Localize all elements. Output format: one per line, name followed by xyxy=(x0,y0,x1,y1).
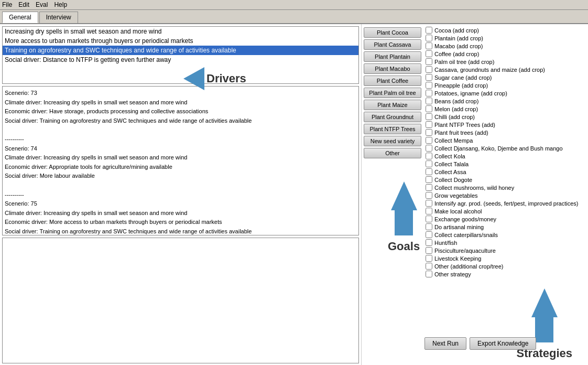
checkbox-3[interactable] xyxy=(426,50,432,57)
checkbox-item-3[interactable]: Coffee (add crop) xyxy=(426,50,586,58)
btn-plant-groundnut[interactable]: Plant Groundnut xyxy=(364,112,421,122)
checkbox-2[interactable] xyxy=(426,42,432,49)
driver-list[interactable]: Increasing dry spells in small wet seaso… xyxy=(2,26,359,84)
checkbox-item-22[interactable]: Intensify agr. prod. (seeds, fert/pest, … xyxy=(426,199,586,207)
tab-bar: General Interview xyxy=(0,10,588,24)
checkbox-9[interactable] xyxy=(426,98,432,104)
tab-interview[interactable]: Interview xyxy=(39,12,78,23)
checkbox-19[interactable] xyxy=(426,176,432,183)
checkbox-item-10[interactable]: Melon (add crop) xyxy=(426,105,586,113)
checkbox-item-21[interactable]: Grow vegetables xyxy=(426,191,586,199)
right-panel: Plant Cocoa Plant Cassava Plant Plantain… xyxy=(362,24,588,365)
checkbox-27[interactable] xyxy=(426,239,432,246)
menu-help[interactable]: Help xyxy=(54,1,67,8)
checkbox-0[interactable] xyxy=(426,27,432,34)
checkbox-25[interactable] xyxy=(426,223,432,230)
checkbox-10[interactable] xyxy=(426,105,432,112)
checkbox-label-17: Collect Talala xyxy=(434,161,469,167)
menu-edit[interactable]: Edit xyxy=(18,1,29,8)
menu-eval[interactable]: Eval xyxy=(36,1,48,8)
checkbox-item-9[interactable]: Beans (add crop) xyxy=(426,97,586,105)
export-knowledge-button[interactable]: Export Knowledge xyxy=(470,337,536,350)
checkbox-item-23[interactable]: Make local alcohol xyxy=(426,207,586,215)
checkbox-item-1[interactable]: Plantain (add crop) xyxy=(426,34,586,42)
checkbox-item-6[interactable]: Sugar cane (add crop) xyxy=(426,73,586,81)
scenario-text-area[interactable]: Scenerio: 73 Climate driver: Increasing … xyxy=(2,86,359,235)
checkbox-16[interactable] xyxy=(426,153,432,159)
checkbox-item-15[interactable]: Collect Djansang, Koko, Djembe and Bush … xyxy=(426,144,586,152)
checkbox-item-29[interactable]: Livestock Keeping xyxy=(426,254,586,262)
driver-item[interactable]: More access to urban markets through buy… xyxy=(3,36,358,46)
checkbox-21[interactable] xyxy=(426,192,432,199)
checkbox-30[interactable] xyxy=(426,263,432,270)
checkbox-item-13[interactable]: Plant fruit trees (add) xyxy=(426,128,586,136)
checkbox-item-2[interactable]: Macabo (add crop) xyxy=(426,42,586,50)
checkbox-24[interactable] xyxy=(426,216,432,222)
bottom-text-area[interactable] xyxy=(2,238,359,363)
checkbox-label-24: Exchange goods/money xyxy=(434,216,496,222)
checkbox-item-28[interactable]: Pisciculture/aquaculture xyxy=(426,246,586,254)
driver-item[interactable]: Social driver: Distance to NTFP is getti… xyxy=(3,55,358,65)
checkbox-label-16: Collect Kola xyxy=(434,153,465,159)
checkbox-item-16[interactable]: Collect Kola xyxy=(426,152,586,160)
checkbox-8[interactable] xyxy=(426,90,432,96)
btn-plant-cocoa[interactable]: Plant Cocoa xyxy=(364,27,421,38)
btn-plant-coffee[interactable]: Plant Coffee xyxy=(364,76,421,86)
btn-plant-macabo[interactable]: Plant Macabo xyxy=(364,63,421,74)
checkbox-5[interactable] xyxy=(426,66,432,73)
checkbox-item-8[interactable]: Potatoes, igname (add crop) xyxy=(426,89,586,97)
checkbox-1[interactable] xyxy=(426,35,432,41)
checkbox-item-20[interactable]: Collect mushrooms, wild honey xyxy=(426,184,586,191)
menu-file[interactable]: File xyxy=(2,1,12,8)
checkbox-29[interactable] xyxy=(426,255,432,262)
checkbox-13[interactable] xyxy=(426,129,432,136)
checkbox-item-11[interactable]: Chilli (add crop) xyxy=(426,113,586,121)
btn-plant-plantain[interactable]: Plant Plantain xyxy=(364,51,421,62)
checkbox-item-30[interactable]: Other (additional crop/tree) xyxy=(426,262,586,270)
checkbox-4[interactable] xyxy=(426,58,432,65)
checkbox-18[interactable] xyxy=(426,168,432,175)
checkbox-label-26: Collect caterpillars/snails xyxy=(434,232,498,238)
next-run-button[interactable]: Next Run xyxy=(424,337,466,350)
btn-plant-ntfp-trees[interactable]: Plant NTFP Trees xyxy=(364,124,421,134)
checkbox-item-7[interactable]: Pineapple (add crop) xyxy=(426,81,586,89)
checkbox-item-31[interactable]: Other strategy xyxy=(426,270,586,278)
checkbox-label-25: Do artisanal mining xyxy=(434,224,484,230)
btn-plant-maize[interactable]: Plant Maize xyxy=(364,100,421,110)
checkbox-label-14: Collect Mempa xyxy=(434,137,473,144)
checkbox-item-26[interactable]: Collect caterpillars/snails xyxy=(426,231,586,239)
checkbox-item-14[interactable]: Collect Mempa xyxy=(426,136,586,144)
checkbox-item-17[interactable]: Collect Talala xyxy=(426,160,586,168)
checkbox-item-18[interactable]: Collect Assa xyxy=(426,168,586,176)
checkbox-20[interactable] xyxy=(426,184,432,191)
checkbox-item-0[interactable]: Cocoa (add crop) xyxy=(426,26,586,34)
checkbox-7[interactable] xyxy=(426,82,432,89)
checkbox-item-24[interactable]: Exchange goods/money xyxy=(426,215,586,223)
tab-general[interactable]: General xyxy=(2,12,38,23)
checkbox-15[interactable] xyxy=(426,145,432,152)
checkbox-item-4[interactable]: Palm oil tree (add crop) xyxy=(426,58,586,66)
checkbox-23[interactable] xyxy=(426,208,432,214)
checkbox-28[interactable] xyxy=(426,247,432,254)
checkbox-item-25[interactable]: Do artisanal mining xyxy=(426,223,586,231)
checkbox-17[interactable] xyxy=(426,160,432,167)
checkbox-26[interactable] xyxy=(426,231,432,238)
checkbox-12[interactable] xyxy=(426,121,432,128)
checkbox-6[interactable] xyxy=(426,74,432,81)
btn-plant-cassava[interactable]: Plant Cassava xyxy=(364,39,421,50)
checkbox-14[interactable] xyxy=(426,137,432,144)
btn-new-seed-variety[interactable]: New seed variety xyxy=(364,136,421,146)
checkbox-item-19[interactable]: Collect Dogote xyxy=(426,176,586,184)
btn-plant-palm-oil-tree[interactable]: Plant Palm oil tree xyxy=(364,88,421,98)
checkbox-label-9: Beans (add crop) xyxy=(434,98,478,104)
checkbox-item-5[interactable]: Cassava, groundnuts and maize (add crop) xyxy=(426,66,586,73)
checkbox-item-12[interactable]: Plant NTFP Trees (add) xyxy=(426,121,586,128)
checkbox-label-21: Grow vegetables xyxy=(434,192,478,199)
driver-item[interactable]: Increasing dry spells in small wet seaso… xyxy=(3,27,358,36)
checkbox-item-27[interactable]: Hunt/fish xyxy=(426,239,586,246)
checkbox-31[interactable] xyxy=(426,271,432,277)
checkbox-22[interactable] xyxy=(426,200,432,207)
btn-other[interactable]: Other xyxy=(364,148,421,158)
checkbox-11[interactable] xyxy=(426,113,432,120)
driver-item-selected[interactable]: Training on agroforestry and SWC techniq… xyxy=(3,46,358,55)
